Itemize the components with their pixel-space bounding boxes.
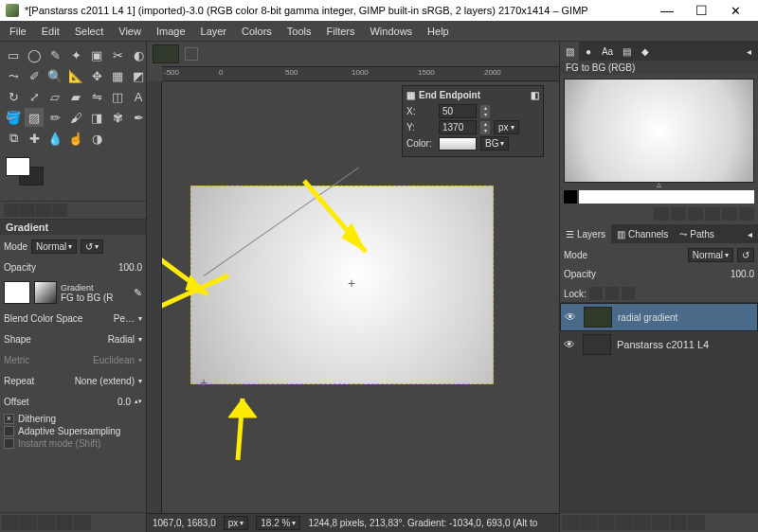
endpoint-detach-icon[interactable]: ◧ bbox=[531, 90, 539, 100]
tool-clone[interactable]: ⧉ bbox=[4, 129, 23, 148]
fg-bg-colors[interactable] bbox=[6, 157, 53, 195]
tool-crop[interactable]: ◩ bbox=[129, 66, 148, 85]
tool-text[interactable]: A bbox=[129, 87, 148, 106]
tool-by-color[interactable]: ▣ bbox=[87, 45, 106, 64]
layer-thumb-2[interactable] bbox=[583, 334, 611, 355]
lock-position-icon[interactable] bbox=[605, 287, 619, 300]
shape-value[interactable]: Radial bbox=[108, 334, 135, 345]
lbtn-merge[interactable] bbox=[652, 515, 669, 530]
layer-item-2[interactable]: 👁 Panstarss c2011 L4 bbox=[560, 331, 758, 358]
maximize-button[interactable]: ☐ bbox=[684, 0, 718, 21]
panel-menu-icon[interactable]: ◂ bbox=[742, 224, 758, 243]
pbtn-5[interactable] bbox=[722, 207, 737, 221]
menu-select[interactable]: Select bbox=[69, 24, 110, 39]
lbtn-dup[interactable] bbox=[634, 515, 651, 530]
tool-airbrush[interactable]: ✾ bbox=[108, 108, 127, 127]
tool-perspective[interactable]: ▰ bbox=[66, 87, 85, 106]
tool-ellipse-select[interactable]: ◯ bbox=[25, 45, 44, 64]
pal-white[interactable] bbox=[579, 190, 754, 204]
dock-btn-5[interactable] bbox=[74, 515, 91, 530]
gим endpoint-start[interactable]: + bbox=[200, 375, 209, 384]
lbtn-down[interactable] bbox=[616, 515, 633, 530]
tool-color-picker[interactable]: ✐ bbox=[25, 66, 44, 85]
pbtn-6[interactable] bbox=[739, 207, 754, 221]
fg-color-swatch[interactable] bbox=[6, 157, 30, 176]
pbtn-4[interactable] bbox=[705, 207, 720, 221]
gradient-preview[interactable]: ▵ bbox=[564, 79, 754, 183]
mode-select[interactable]: Normal▾ bbox=[31, 239, 77, 254]
menu-help[interactable]: Help bbox=[422, 24, 455, 39]
layer-name-2[interactable]: Panstarss c2011 L4 bbox=[617, 339, 709, 350]
tool-foreground[interactable]: ◐ bbox=[129, 45, 148, 64]
tool-dodge[interactable]: ◑ bbox=[87, 129, 106, 148]
dock-btn-1[interactable] bbox=[2, 515, 19, 530]
lbtn-mask[interactable] bbox=[670, 515, 687, 530]
gradient-edit-icon[interactable]: ✎ bbox=[134, 287, 142, 299]
tab-channels[interactable]: ▥ Channels bbox=[611, 224, 674, 243]
pbtn-2[interactable] bbox=[671, 207, 686, 221]
tab-images[interactable] bbox=[52, 204, 67, 217]
zoom-select[interactable]: 18.2 %▾ bbox=[256, 516, 300, 530]
lbtn-new[interactable] bbox=[562, 515, 579, 530]
layer-item-1[interactable]: 👁 radial gradient bbox=[560, 303, 758, 331]
tool-align[interactable]: ▦ bbox=[108, 66, 127, 85]
tool-cage[interactable]: ◫ bbox=[108, 87, 127, 106]
tool-heal[interactable]: ✚ bbox=[25, 129, 44, 148]
tool-fuzzy-select[interactable]: ✦ bbox=[66, 45, 85, 64]
lbtn-del[interactable] bbox=[688, 515, 705, 530]
mode-switch[interactable]: ↺▾ bbox=[81, 239, 103, 254]
gradient-endpoint-end[interactable]: + bbox=[348, 275, 357, 285]
gradient-color-swatch[interactable] bbox=[4, 281, 30, 304]
tool-flip[interactable]: ⇋ bbox=[87, 87, 106, 106]
tool-eraser[interactable]: ◨ bbox=[87, 108, 106, 127]
endpoint-dialog[interactable]: ▦End Endpoint◧ X: ▴▾ Y: ▴▾ px▾ Color: bbox=[402, 85, 544, 157]
tab-misc-icon[interactable]: ◆ bbox=[636, 42, 655, 61]
supersample-check[interactable]: Adaptive Supersampling bbox=[0, 425, 146, 437]
layer-name-1[interactable]: radial gradient bbox=[618, 312, 677, 323]
endpoint-color-swatch[interactable] bbox=[439, 137, 477, 151]
tool-free-select[interactable]: ✎ bbox=[45, 45, 64, 64]
opacity-value[interactable]: 100.0 bbox=[118, 262, 142, 273]
tool-scissors[interactable]: ✂ bbox=[108, 45, 127, 64]
pal-black[interactable] bbox=[564, 190, 577, 204]
preview-handle-icon[interactable]: ▵ bbox=[657, 179, 661, 189]
instant-check[interactable]: Instant mode (Shift) bbox=[0, 437, 146, 450]
menu-filters[interactable]: Filters bbox=[321, 24, 361, 39]
dock-btn-3[interactable] bbox=[38, 515, 55, 530]
tool-move[interactable]: ✥ bbox=[87, 66, 106, 85]
tool-bucket[interactable]: 🪣 bbox=[4, 108, 23, 127]
tab-menu-icon[interactable]: ◂ bbox=[739, 42, 758, 61]
endpoint-color-src[interactable]: BG▾ bbox=[480, 136, 509, 151]
menu-file[interactable]: File bbox=[4, 24, 32, 39]
tool-measure[interactable]: 📐 bbox=[66, 66, 85, 85]
image-tab-thumb[interactable] bbox=[153, 44, 179, 63]
layer-opacity-value[interactable]: 100.0 bbox=[731, 269, 754, 279]
visibility-icon[interactable]: 👁 bbox=[565, 310, 578, 324]
lock-pixels-icon[interactable] bbox=[589, 287, 603, 300]
menu-edit[interactable]: Edit bbox=[36, 24, 65, 39]
canvas[interactable]: + + ▦End Endpoint◧ X: ▴▾ Y: bbox=[162, 81, 559, 513]
tool-rect-select[interactable]: ▭ bbox=[4, 45, 23, 64]
lbtn-up[interactable] bbox=[598, 515, 615, 530]
layer-thumb-1[interactable] bbox=[584, 307, 612, 328]
offset-value[interactable]: 0.0 bbox=[117, 397, 131, 407]
dithering-check[interactable]: ×Dithering bbox=[0, 413, 146, 425]
blend-value[interactable]: Pe… bbox=[114, 313, 135, 324]
tool-brush[interactable]: 🖌 bbox=[66, 108, 85, 127]
y-spin-up[interactable]: ▴ bbox=[480, 121, 490, 128]
lock-alpha-icon[interactable] bbox=[622, 287, 635, 300]
ruler-horizontal[interactable]: -500 0 500 1000 1500 2000 bbox=[162, 66, 559, 81]
lbtn-group[interactable] bbox=[580, 515, 597, 530]
y-spin-down[interactable]: ▾ bbox=[480, 128, 490, 134]
layer-mode-switch[interactable]: ↺ bbox=[737, 248, 754, 262]
menu-tools[interactable]: Tools bbox=[281, 24, 317, 39]
tab-undo[interactable] bbox=[36, 204, 51, 217]
menu-windows[interactable]: Windows bbox=[364, 24, 418, 39]
dock-btn-4[interactable] bbox=[56, 515, 73, 530]
menu-view[interactable]: View bbox=[113, 24, 147, 39]
image-tab-close[interactable] bbox=[185, 47, 198, 61]
endpoint-y-input[interactable] bbox=[439, 120, 477, 134]
tab-brushes-icon[interactable]: ● bbox=[579, 42, 598, 61]
menu-layer[interactable]: Layer bbox=[195, 24, 233, 39]
tab-device[interactable] bbox=[20, 204, 35, 217]
